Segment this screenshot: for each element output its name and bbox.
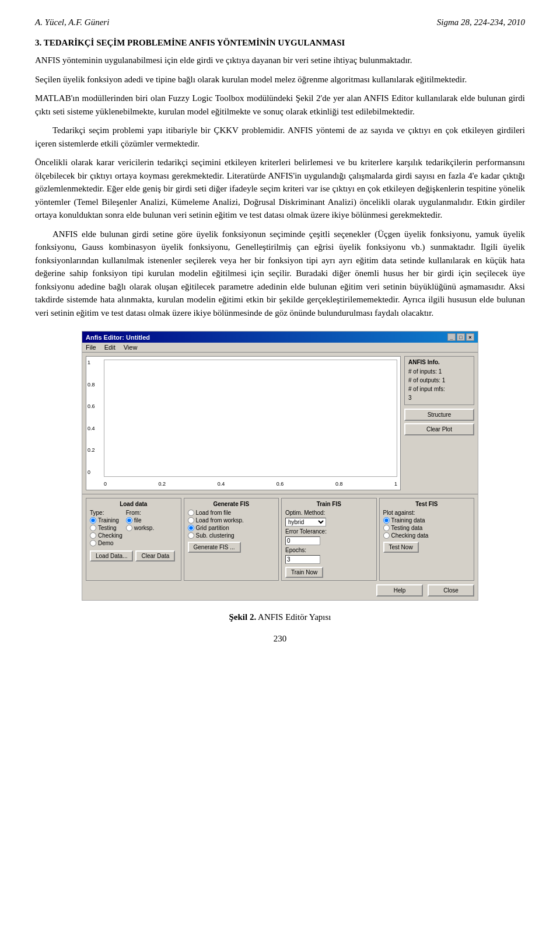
menu-bar: File Edit View [82,343,478,353]
test-radio-training[interactable] [383,517,390,524]
radio-demo-label: Demo [98,540,114,546]
radio-training-label: Training [98,517,119,524]
test-radio-training-row: Training data [383,517,471,524]
optim-select[interactable]: hybrid [285,518,326,526]
help-close-row: Help Close [86,584,474,597]
from-column: From: file worksp. [126,510,154,548]
epochs-label: Epochs: [285,547,306,553]
anfis-info-title: ANFIS Info. [408,359,470,365]
radio-training-row: Training [90,517,123,524]
anfis-info-box: ANFIS Info. # of inputs: 1 # of outputs:… [404,356,474,405]
radio-testing[interactable] [90,525,96,531]
radio-sub[interactable] [188,532,194,539]
optim-select-row: hybrid [285,518,373,526]
clear-data-button[interactable]: Clear Data [135,550,175,562]
plot-against-label: Plot against: [383,510,471,516]
main-area: 1 0.8 0.6 0.4 0.2 0 0 0.2 0.4 0.6 0.8 1 … [82,353,478,494]
generate-fis-button[interactable]: Generate FIS ... [188,542,241,553]
test-buttons: Test Now [383,542,471,553]
figure-caption: Şekil 2. ANFIS Editör Yapısı [35,612,525,622]
error-input-row [285,536,373,545]
paragraph-2: Seçilen üyelik fonksiyon adedi ve tipine… [35,73,525,86]
radio-sub-row: Sub. clustering [188,532,275,539]
input-mfs-row: # of input mfs: 3 [408,385,470,402]
y-axis-labels: 1 0.8 0.6 0.4 0.2 0 [88,360,95,475]
section-title: 3. TEDARİKÇİ SEÇİM PROBLEMİNE ANFIS YÖNT… [35,38,525,48]
optim-label: Optim. Method: [285,510,325,516]
error-input[interactable] [285,536,320,545]
outputs-row: # of outputs: 1 [408,376,470,385]
radio-worksp-label: worksp. [134,525,154,531]
menu-edit[interactable]: Edit [104,344,116,351]
paragraph-3: MATLAB'ın modüllerinden biri olan Fuzzy … [35,92,525,118]
generate-fis-section: Generate FIS Load from file Load from wo… [184,498,279,581]
train-buttons: Train Now [285,567,373,578]
radio-testing-row: Testing [90,525,123,531]
radio-file[interactable] [126,517,132,524]
radio-demo-row: Demo [90,540,123,546]
test-radio-training-label: Training data [391,517,425,524]
radio-load-file[interactable] [188,510,194,516]
radio-sub-label: Sub. clustering [196,532,235,539]
load-data-buttons: Load Data... Clear Data [90,550,177,562]
generate-fis-title: Generate FIS [188,501,275,507]
journal-right: Sigma 28, 224-234, 2010 [437,18,525,27]
optim-row: Optim. Method: [285,510,373,516]
load-data-title: Load data [90,501,177,507]
clear-plot-button[interactable]: Clear Plot [404,423,474,435]
menu-file[interactable]: File [86,344,96,351]
anfis-editor-window: Anfis Editor: Untitled _ □ × File Edit V… [82,331,478,601]
figure-caption-prefix: Şekil 2. [229,612,256,622]
test-radio-checking[interactable] [383,532,390,539]
radio-grid-label: Grid partition [196,525,229,531]
minimize-button[interactable]: _ [447,333,456,341]
radio-demo[interactable] [90,540,96,546]
close-window-button[interactable]: Close [428,584,474,597]
page-number: 230 [35,634,525,644]
radio-checking-label: Checking [98,532,123,539]
load-data-button[interactable]: Load Data... [90,550,133,562]
maximize-button[interactable]: □ [457,333,465,341]
test-radio-checking-label: Checking data [391,532,429,539]
epochs-input[interactable] [285,555,320,564]
radio-file-row: file [126,517,154,524]
paragraph-1: ANFIS yönteminin uygulanabilmesi için el… [35,54,525,67]
radio-grid[interactable] [188,525,194,531]
radio-worksp[interactable] [126,525,132,531]
from-label: From: [126,510,154,516]
test-radio-testing-label: Testing data [391,525,423,531]
radio-load-file-label: Load from file [196,510,232,516]
close-button[interactable]: × [466,333,474,341]
generate-fis-buttons: Generate FIS ... [188,542,275,553]
radio-training[interactable] [90,517,96,524]
plot-canvas [104,360,397,477]
test-now-button[interactable]: Test Now [383,542,419,553]
test-radio-testing[interactable] [383,525,390,531]
window-title: Anfis Editor: Untitled [86,334,150,341]
radio-load-worksp-row: Load from worksp. [188,517,275,524]
figure-caption-text: ANFIS Editör Yapısı [256,612,331,622]
radio-checking[interactable] [90,532,96,539]
load-data-section: Load data Type: Training Testing [86,498,181,581]
help-button[interactable]: Help [376,584,423,597]
radio-file-label: file [134,517,142,524]
error-label: Error Tolerance: [285,528,327,535]
radio-load-worksp[interactable] [188,517,194,524]
epochs-input-row [285,555,373,564]
test-radio-checking-row: Checking data [383,532,471,539]
paragraph-6: ANFIS elde bulunan girdi setine göre üye… [35,228,525,320]
structure-button[interactable]: Structure [404,409,474,421]
test-radio-testing-row: Testing data [383,525,471,531]
test-fis-section: Test FIS Plot against: Training data Tes… [379,498,475,581]
radio-grid-row: Grid partition [188,525,275,531]
info-panel: ANFIS Info. # of inputs: 1 # of outputs:… [404,356,474,490]
paragraph-4: Tedarikçi seçim problemi yapı itibariyle… [35,124,525,150]
radio-load-worksp-label: Load from worksp. [196,517,244,524]
x-axis-labels: 0 0.2 0.4 0.6 0.8 1 [104,481,397,487]
menu-view[interactable]: View [124,344,138,351]
type-label: Type: [90,510,123,516]
panel-sections: Load data Type: Training Testing [86,498,474,581]
plot-area: 1 0.8 0.6 0.4 0.2 0 0 0.2 0.4 0.6 0.8 1 [86,356,401,490]
train-now-button[interactable]: Train Now [285,567,323,578]
info-action-buttons: Structure Clear Plot [404,409,474,435]
